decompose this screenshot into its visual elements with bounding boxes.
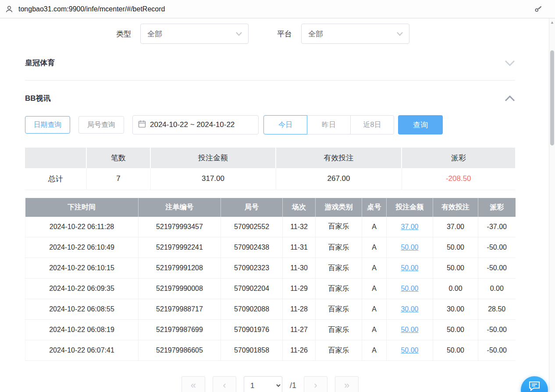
game-type-cell: 百家乐 xyxy=(316,258,362,279)
section-title-crown-sports: 皇冠体育 xyxy=(25,58,55,68)
section-divider xyxy=(25,80,515,81)
bet-amount-link[interactable]: 50.00 xyxy=(401,326,418,333)
table-no-cell: A xyxy=(362,258,387,279)
valid-bet-cell: 50.00 xyxy=(433,237,478,258)
valid-bet-cell: 50.00 xyxy=(433,340,478,361)
round-query-button[interactable]: 局号查询 xyxy=(78,116,124,134)
bet-amount-cell[interactable]: 37.00 xyxy=(387,217,433,237)
next-page-button[interactable]: › xyxy=(304,376,327,392)
bet-time-cell: 2024-10-22 06:10:15 xyxy=(25,258,139,279)
bet-amount-cell[interactable]: 50.00 xyxy=(387,237,433,258)
summary-header-valid-bet: 有效投注 xyxy=(276,148,402,168)
round-id-cell: 570902438 xyxy=(221,237,283,258)
url-text[interactable]: tongbao31.com:9900/infe/mcenter/#/betRec… xyxy=(18,5,533,13)
payout-cell: -50.00 xyxy=(478,320,516,340)
session-cell: 11-32 xyxy=(283,217,316,237)
bet-amount-cell[interactable]: 50.00 xyxy=(387,320,433,340)
page-select[interactable]: 1 xyxy=(244,376,282,392)
bet-amount-link[interactable]: 50.00 xyxy=(401,244,418,251)
bet-table-body: 2024-10-22 06:11:28521979993457570902552… xyxy=(25,217,516,361)
section-crown-sports[interactable]: 皇冠体育 xyxy=(25,58,515,68)
bet-amount-cell[interactable]: 30.00 xyxy=(387,299,433,320)
today-button[interactable]: 今日 xyxy=(263,115,307,134)
order-id-cell: 521979987699 xyxy=(139,320,221,340)
page-total: /1 xyxy=(290,381,296,390)
table-no-cell: A xyxy=(362,237,387,258)
order-id-cell: 521979991208 xyxy=(139,258,221,279)
profile-icon[interactable] xyxy=(4,4,15,15)
chevron-down-icon xyxy=(236,32,242,36)
password-key-icon[interactable] xyxy=(533,4,544,14)
summary-total-valid-bet: 267.00 xyxy=(276,168,402,190)
summary-header-row: 笔数 投注金额 有效投注 派彩 xyxy=(25,148,515,168)
yesterday-button[interactable]: 昨日 xyxy=(307,115,351,134)
scroll-up-arrow-icon[interactable]: ▲ xyxy=(549,20,555,25)
bet-amount-cell[interactable]: 50.00 xyxy=(387,340,433,361)
session-cell: 11-29 xyxy=(283,279,316,299)
header-bet-time: 下注时间 xyxy=(25,198,139,217)
chevron-down-icon[interactable] xyxy=(505,60,515,66)
bet-time-cell: 2024-10-22 06:07:41 xyxy=(25,340,139,361)
session-cell: 11-31 xyxy=(283,237,316,258)
bet-amount-link[interactable]: 30.00 xyxy=(401,305,418,313)
valid-bet-cell: 50.00 xyxy=(433,258,478,279)
table-row: 2024-10-22 06:08:55521979988717570902088… xyxy=(25,299,516,320)
query-toolbar: 日期查询 局号查询 2024-10-22 ~ 2024-10-22 今日 昨日 … xyxy=(25,115,515,134)
header-bet-amount: 投注金额 xyxy=(387,198,433,217)
bet-time-cell: 2024-10-22 06:09:35 xyxy=(25,279,139,299)
session-cell: 11-26 xyxy=(283,340,316,361)
round-id-cell: 570902204 xyxy=(221,279,283,299)
summary-total-payout: -208.50 xyxy=(402,168,515,190)
chevron-down-icon xyxy=(397,32,403,36)
header-game-type: 游戏类别 xyxy=(316,198,362,217)
game-type-cell: 百家乐 xyxy=(316,217,362,237)
bet-amount-link[interactable]: 50.00 xyxy=(401,346,418,354)
scrollbar[interactable]: ▲ xyxy=(549,18,555,392)
scrollbar-thumb[interactable] xyxy=(550,50,554,145)
order-id-cell: 521979986605 xyxy=(139,340,221,361)
bet-amount-link[interactable]: 50.00 xyxy=(401,264,418,272)
bet-amount-link[interactable]: 37.00 xyxy=(401,223,418,230)
last-page-button[interactable]: » xyxy=(335,376,359,392)
table-row: 2024-10-22 06:10:49521979992241570902438… xyxy=(25,237,516,258)
table-row: 2024-10-22 06:10:15521979991208570902323… xyxy=(25,258,516,279)
type-select[interactable]: 全部 xyxy=(140,24,249,44)
summary-header-empty xyxy=(25,148,86,168)
prev-page-button[interactable]: ‹ xyxy=(213,376,236,392)
first-page-button[interactable]: « xyxy=(181,376,205,392)
search-button[interactable]: 查询 xyxy=(398,115,443,134)
date-range-value: 2024-10-22 ~ 2024-10-22 xyxy=(150,120,235,129)
bet-record-page: 类型 全部 平台 全部 皇冠体育 BB视讯 日期查询 局号查询 xyxy=(0,24,555,392)
table-no-cell: A xyxy=(362,340,387,361)
valid-bet-cell: 50.00 xyxy=(433,320,478,340)
summary-header-count: 笔数 xyxy=(86,148,150,168)
round-id-cell: 570901976 xyxy=(221,320,283,340)
order-id-cell: 521979992241 xyxy=(139,237,221,258)
valid-bet-cell: 30.00 xyxy=(433,299,478,320)
session-cell: 11-28 xyxy=(283,299,316,320)
bet-amount-link[interactable]: 50.00 xyxy=(401,285,418,292)
chat-icon xyxy=(528,381,541,392)
date-query-button[interactable]: 日期查询 xyxy=(25,116,70,134)
table-no-cell: A xyxy=(362,217,387,237)
session-cell: 11-27 xyxy=(283,320,316,340)
round-id-cell: 570902552 xyxy=(221,217,283,237)
valid-bet-cell: 37.00 xyxy=(433,217,478,237)
calendar-icon xyxy=(138,120,146,130)
platform-select[interactable]: 全部 xyxy=(301,24,409,44)
browser-address-bar[interactable]: tongbao31.com:9900/infe/mcenter/#/betRec… xyxy=(0,0,555,18)
last-8-days-button[interactable]: 近8日 xyxy=(350,115,394,134)
summary-total-bet-amount: 317.00 xyxy=(150,168,276,190)
filters-row: 类型 全部 平台 全部 xyxy=(25,24,515,44)
table-no-cell: A xyxy=(362,299,387,320)
section-bb-video[interactable]: BB视讯 xyxy=(25,93,515,103)
bet-amount-cell[interactable]: 50.00 xyxy=(387,258,433,279)
platform-select-value: 全部 xyxy=(308,29,323,39)
bet-amount-cell[interactable]: 50.00 xyxy=(387,279,433,299)
table-row: 2024-10-22 06:09:35521979990008570902204… xyxy=(25,279,516,299)
date-range-input[interactable]: 2024-10-22 ~ 2024-10-22 xyxy=(132,115,259,134)
payout-cell: -37.00 xyxy=(478,217,516,237)
table-row: 2024-10-22 06:11:28521979993457570902552… xyxy=(25,217,516,237)
chevron-up-icon[interactable] xyxy=(505,95,515,102)
payout-cell: 28.50 xyxy=(478,299,516,320)
